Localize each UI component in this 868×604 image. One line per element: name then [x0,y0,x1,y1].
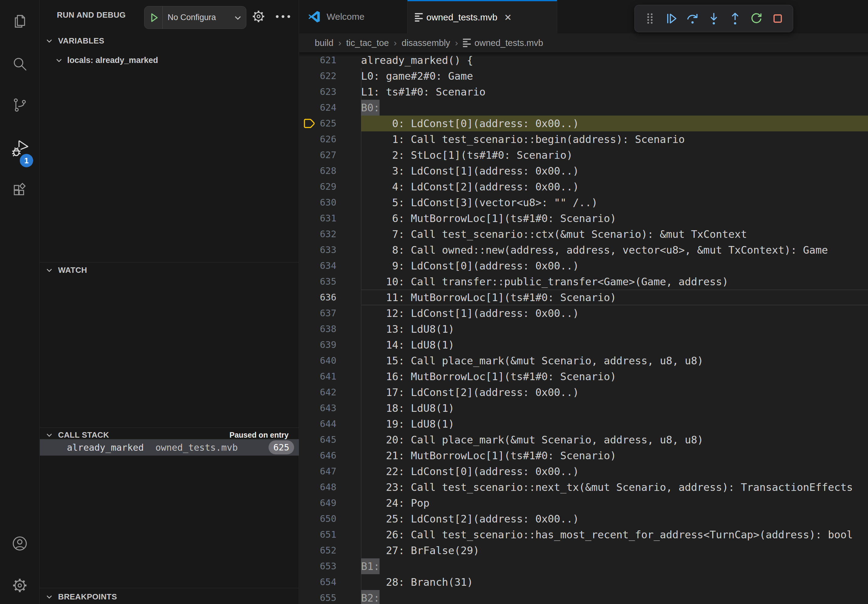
line-number-gutter[interactable]: 640 [299,353,361,369]
call-stack-frame-row[interactable]: already_marked owned_tests.mvb 625 [40,439,299,455]
code-line-content[interactable]: B1: [361,558,868,574]
code-line-content[interactable]: 16: MutBorrowLoc[1](ts#1#0: Scenario) [361,369,868,384]
gear-icon[interactable] [251,9,266,25]
line-number-gutter[interactable]: 653 [299,558,361,574]
line-number-gutter[interactable]: 627 [299,147,361,163]
line-number-gutter[interactable]: 644 [299,416,361,432]
line-number-gutter[interactable]: 649 [299,495,361,511]
code-line-content[interactable]: 8: Call owned::new(address, address, vec… [361,242,868,258]
code-line-content[interactable]: 9: LdConst[0](address: 0x00..) [361,258,868,274]
continue-button[interactable] [663,10,680,27]
line-number-gutter[interactable]: 634 [299,258,361,274]
section-header-watch[interactable]: WATCH [40,263,299,277]
line-number-gutter[interactable]: 631 [299,211,361,226]
breadcrumb-item[interactable]: tic_tac_toe [346,38,389,48]
code-line-content[interactable]: 0: LdConst[0](address: 0x00..) [361,116,868,132]
line-number-gutter[interactable]: 643 [299,400,361,416]
code-line-content[interactable]: 3: LdConst[1](address: 0x00..) [361,163,868,179]
line-number-gutter[interactable]: 639 [299,337,361,353]
line-number-gutter[interactable]: 651 [299,527,361,542]
code-line-content[interactable]: 23: Call test_scenario::next_tx(&mut Sce… [361,479,868,495]
breadcrumb-item[interactable]: disassembly [402,38,450,48]
breadcrumb-item[interactable]: owned_tests.mvb [474,38,543,48]
code-line-content[interactable]: 19: LdU8(1) [361,416,868,432]
explorer-icon[interactable] [0,6,40,37]
code-line-content[interactable]: 22: LdConst[0](address: 0x00..) [361,463,868,479]
line-number-gutter[interactable]: 641 [299,369,361,384]
line-number-gutter[interactable]: 650 [299,511,361,527]
search-icon[interactable] [0,49,40,79]
line-number-gutter[interactable]: 654 [299,574,361,590]
line-number-gutter[interactable]: 628 [299,163,361,179]
source-control-icon[interactable] [0,90,40,120]
code-line-content[interactable]: 7: Call test_scenario::ctx(&mut Scenario… [361,226,868,242]
line-number-gutter[interactable]: 633 [299,242,361,258]
line-number-gutter[interactable]: 655 [299,590,361,604]
run-and-debug-icon[interactable]: 1 [0,134,40,164]
variables-scope-row[interactable]: locals: already_marked [40,52,299,68]
code-line-content[interactable]: L1: ts#1#0: Scenario [361,84,868,100]
line-number-gutter[interactable]: 624 [299,100,361,116]
config-dropdown[interactable]: No Configura [163,6,246,29]
code-line-content[interactable]: 13: LdU8(1) [361,321,868,337]
step-into-button[interactable] [705,10,722,27]
code-line-content[interactable]: 10: Call transfer::public_transfer<Game>… [361,274,868,290]
line-number-gutter[interactable]: 636 [299,290,361,305]
frame-file-name: owned_tests.mvb [155,442,238,453]
code-line-content[interactable]: 20: Call place_mark(&mut Scenario, addre… [361,432,868,448]
code-line-content[interactable]: 17: LdConst[2](address: 0x00..) [361,384,868,400]
line-number-gutter[interactable]: 647 [299,463,361,479]
code-line-content[interactable]: 2: StLoc[1](ts#1#0: Scenario) [361,147,868,163]
line-number-gutter[interactable]: 652 [299,542,361,558]
code-line-content[interactable]: 18: LdU8(1) [361,400,868,416]
code-line-content[interactable]: L0: game#2#0: Game [361,68,868,84]
account-icon[interactable] [0,528,40,559]
line-number-gutter[interactable]: 646 [299,448,361,463]
line-number-gutter[interactable]: 625 [299,116,361,132]
tab-owned-tests[interactable]: owned_tests.mvb ✕ [408,0,557,34]
start-debug-button[interactable] [144,6,163,29]
extensions-icon[interactable] [0,175,40,205]
code-line-content[interactable]: 26: Call test_scenario::has_most_recent_… [361,527,868,542]
code-line-content[interactable]: 14: LdU8(1) [361,337,868,353]
step-over-button[interactable] [684,10,701,27]
code-line-content[interactable]: 5: LdConst[3](vector<u8>: "" /..) [361,195,868,211]
breadcrumb-item[interactable]: build [315,38,333,48]
code-line-content[interactable]: 21: MutBorrowLoc[1](ts#1#0: Scenario) [361,448,868,463]
code-line-content[interactable]: B2: [361,590,868,604]
line-number-gutter[interactable]: 642 [299,384,361,400]
code-line-content[interactable]: 4: LdConst[2](address: 0x00..) [361,179,868,195]
section-header-breakpoints[interactable]: BREAKPOINTS [40,590,299,603]
code-line-content[interactable]: 25: LdConst[2](address: 0x00..) [361,511,868,527]
section-header-variables[interactable]: VARIABLES [40,34,299,48]
line-number-gutter[interactable]: 648 [299,479,361,495]
code-line-content[interactable]: 28: Branch(31) [361,574,868,590]
line-number-gutter[interactable]: 630 [299,195,361,211]
restart-button[interactable] [748,10,765,27]
line-number-gutter[interactable]: 622 [299,68,361,84]
line-number-gutter[interactable]: 637 [299,305,361,321]
code-line-content[interactable]: 15: Call place_mark(&mut Scenario, addre… [361,353,868,369]
toolbar-drag-handle[interactable] [642,10,659,27]
close-icon[interactable]: ✕ [504,12,512,23]
code-line-content[interactable]: 11: MutBorrowLoc[1](ts#1#0: Scenario) [361,290,868,305]
code-line-content[interactable]: 1: Call test_scenario::begin(address): S… [361,132,868,147]
line-number-gutter[interactable]: 626 [299,132,361,147]
code-line-content[interactable]: 27: BrFalse(29) [361,542,868,558]
tab-welcome[interactable]: Welcome [299,0,408,34]
line-number-gutter[interactable]: 645 [299,432,361,448]
line-number-gutter[interactable]: 635 [299,274,361,290]
code-line-content[interactable]: B0: [361,100,868,116]
code-line-content[interactable]: 24: Pop [361,495,868,511]
settings-gear-icon[interactable] [0,570,40,601]
line-number-gutter[interactable]: 638 [299,321,361,337]
chevron-down-icon [54,56,64,65]
line-number-gutter[interactable]: 623 [299,84,361,100]
line-number-gutter[interactable]: 629 [299,179,361,195]
step-out-button[interactable] [727,10,744,27]
more-ellipsis-icon[interactable] [276,15,290,18]
stop-button[interactable] [769,10,786,27]
code-line-content[interactable]: 6: MutBorrowLoc[1](ts#1#0: Scenario) [361,211,868,226]
line-number-gutter[interactable]: 632 [299,226,361,242]
code-line-content[interactable]: 12: LdConst[1](address: 0x00..) [361,305,868,321]
